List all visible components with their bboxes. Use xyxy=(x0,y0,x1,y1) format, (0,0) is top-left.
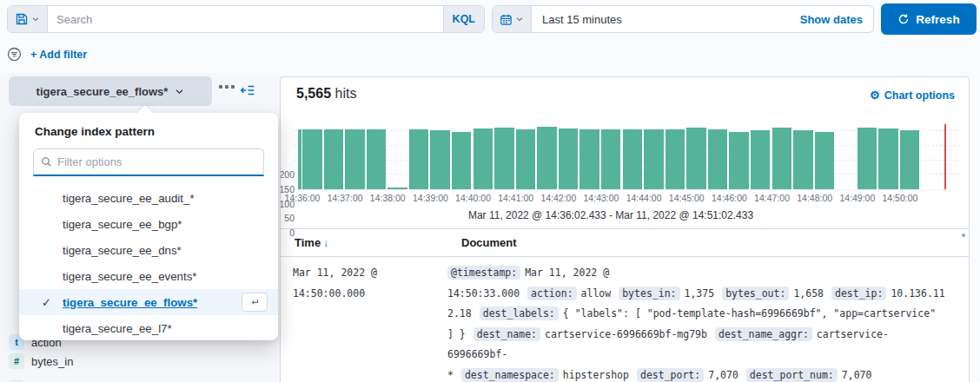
saved-query-menu-button[interactable] xyxy=(8,6,48,32)
check-icon: ✓ xyxy=(42,296,63,309)
field-pill: dest_namespace: xyxy=(461,368,559,382)
chevron-down-icon xyxy=(515,15,524,23)
index-pattern-option[interactable]: tigera_secure_ee_audit_* xyxy=(19,185,278,211)
scrollbar-thumb[interactable] xyxy=(962,234,965,237)
index-pattern-option[interactable]: tigera_secure_ee_l7* xyxy=(19,315,278,341)
index-pattern-option[interactable]: tigera_secure_ee_dns* xyxy=(19,237,278,263)
x-axis-label: 14:39:00 xyxy=(407,193,453,203)
filter-options-input[interactable] xyxy=(57,155,256,168)
histogram-bar[interactable] xyxy=(473,128,493,189)
x-axis-label: 14:44:00 xyxy=(621,193,666,203)
date-quick-select-button[interactable] xyxy=(493,6,532,32)
field-value: 7,070 xyxy=(708,369,738,381)
histogram-bar[interactable] xyxy=(516,129,536,189)
filter-icon[interactable] xyxy=(7,47,22,62)
index-pattern-option-label: tigera_secure_ee_dns* xyxy=(63,244,182,257)
histogram-bar[interactable] xyxy=(409,129,429,189)
time-range-value[interactable]: Last 15 minutes xyxy=(532,6,800,32)
x-axis-label: 14:37:00 xyxy=(322,193,368,203)
chart-options-label: Chart options xyxy=(884,89,955,102)
index-pattern-option-label: tigera_secure_ee_audit_* xyxy=(63,192,195,205)
field-value: 1,658 xyxy=(793,287,824,300)
index-pattern-option[interactable]: tigera_secure_ee_bgp* xyxy=(19,211,278,237)
histogram-bar[interactable] xyxy=(324,129,344,189)
histogram-bar[interactable] xyxy=(793,130,813,189)
time-range-caption: Mar 11, 2022 @ 14:36:02.433 - Mar 11, 20… xyxy=(281,209,941,221)
chart-options-button[interactable]: ⚙ Chart options xyxy=(870,89,955,102)
histogram-plot[interactable] xyxy=(295,121,962,189)
histogram-bar[interactable] xyxy=(878,128,898,189)
field-pill: @timestamp: xyxy=(447,266,520,280)
boxes-horizontal-icon[interactable] xyxy=(219,85,235,89)
histogram-bar[interactable] xyxy=(345,129,365,189)
return-key-icon xyxy=(242,293,268,312)
row-document-cell: @timestamp:Mar 11, 2022 @ 14:50:33.000ac… xyxy=(447,263,946,382)
index-pattern-option-label: tigera_secure_ee_events* xyxy=(63,270,197,283)
histogram-bar[interactable] xyxy=(559,128,579,189)
histogram-bar[interactable] xyxy=(430,130,450,189)
histogram-bar[interactable] xyxy=(644,129,664,189)
field-pill: dest_ip: xyxy=(831,286,886,300)
x-axis-line xyxy=(295,189,948,190)
histogram-bar[interactable] xyxy=(772,128,792,189)
kql-language-button[interactable]: KQL xyxy=(443,6,484,32)
histogram-bar[interactable] xyxy=(494,128,514,189)
x-axis-label: 14:36:00 xyxy=(280,193,325,203)
discover-main-panel: 5,565 hits ⚙ Chart options 050100150200 … xyxy=(280,76,970,382)
histogram-bar[interactable] xyxy=(815,132,835,189)
histogram-bar[interactable] xyxy=(858,128,877,189)
field-pill: dest_port: xyxy=(637,368,704,382)
change-index-pattern-popover: Change index pattern tigera_secure_ee_au… xyxy=(19,113,278,340)
x-axis-label: 14:48:00 xyxy=(792,193,838,203)
x-axis-label: 14:42:00 xyxy=(536,193,581,203)
histogram-bar[interactable] xyxy=(708,129,728,189)
show-dates-button[interactable]: Show dates xyxy=(800,6,873,32)
histogram-bar[interactable] xyxy=(601,129,621,189)
histogram-bar[interactable] xyxy=(579,129,599,189)
search-icon xyxy=(41,156,52,168)
column-header-time[interactable]: Time↓ xyxy=(295,236,328,249)
sort-descending-icon[interactable]: ↓ xyxy=(323,237,328,249)
index-pattern-option[interactable]: ✓tigera_secure_ee_flows* xyxy=(19,289,278,315)
histogram-bar[interactable] xyxy=(537,127,557,189)
histogram-bar[interactable] xyxy=(452,132,472,189)
table-row[interactable]: Mar 11, 2022 @ 14:50:00.000@timestamp:Ma… xyxy=(281,257,970,382)
index-pattern-option-label: tigera_secure_ee_l7* xyxy=(63,322,172,335)
field-pill: dest_name_aggr: xyxy=(715,327,812,341)
histogram-bar[interactable] xyxy=(729,132,749,189)
filter-options-inputwrap xyxy=(33,148,264,176)
histogram-bar[interactable] xyxy=(367,129,387,189)
field-pill: action: xyxy=(527,286,576,300)
gear-icon: ⚙ xyxy=(870,89,880,102)
index-pattern-option-label: tigera_secure_ee_bgp* xyxy=(63,218,182,231)
refresh-button[interactable]: Refresh xyxy=(881,3,977,35)
field-type-icon: # xyxy=(9,353,24,369)
x-axis-label: 14:50:00 xyxy=(877,193,923,203)
filter-bar: + Add filter xyxy=(7,47,87,62)
histogram-bar[interactable] xyxy=(665,129,685,189)
sidebar-field-bytes_out[interactable]: #bytes_out xyxy=(9,379,80,382)
y-axis-label: 200 xyxy=(280,169,295,180)
field-name: bytes_in xyxy=(31,355,73,368)
row-time-cell: Mar 11, 2022 @ 14:50:00.000 xyxy=(281,263,447,382)
column-header-document: Document xyxy=(461,236,517,249)
histogram-bar[interactable] xyxy=(900,130,920,189)
chevron-down-icon xyxy=(31,15,40,23)
field-pill: bytes_in: xyxy=(619,286,679,300)
histogram-bar[interactable] xyxy=(686,128,706,189)
collapse-sidebar-icon[interactable] xyxy=(240,82,255,98)
histogram-bar[interactable] xyxy=(751,130,771,189)
field-value: 1,375 xyxy=(685,287,715,300)
index-pattern-switch-button[interactable]: tigera_secure_ee_flows* xyxy=(9,76,212,106)
search-input[interactable] xyxy=(48,6,443,32)
date-picker: Last 15 minutes Show dates xyxy=(492,5,874,33)
add-filter-button[interactable]: + Add filter xyxy=(30,49,87,61)
index-pattern-option[interactable]: tigera_secure_ee_events* xyxy=(19,263,278,289)
histogram-bar[interactable] xyxy=(623,129,643,189)
index-pattern-option-label: tigera_secure_ee_flows* xyxy=(63,296,197,309)
field-value: 7,070 xyxy=(842,369,872,381)
sidebar-field-bytes_in[interactable]: #bytes_in xyxy=(9,352,73,371)
x-axis-label: 14:40:00 xyxy=(451,193,496,203)
chevron-down-icon xyxy=(175,87,184,96)
discover-page: KQL Last 15 minutes Show dates Refresh xyxy=(0,0,980,382)
